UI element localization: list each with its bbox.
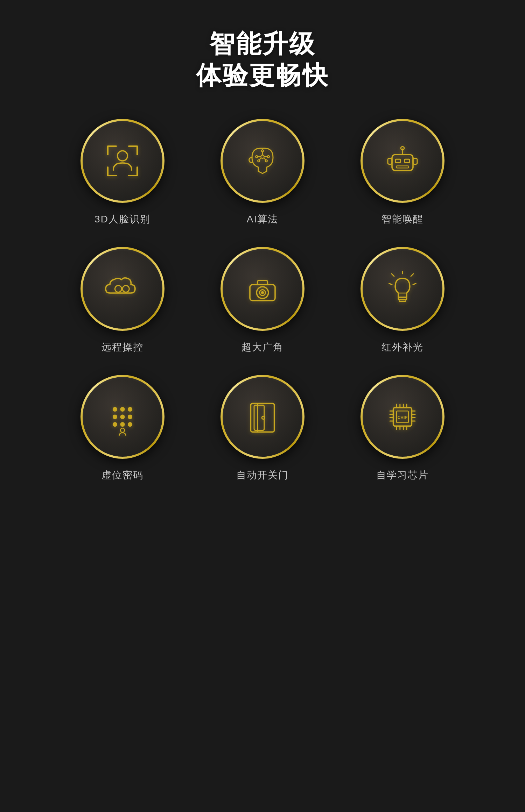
ai-algorithm-icon-circle (220, 119, 304, 203)
svg-point-42 (128, 423, 132, 426)
features-grid: 3D人脸识别 AI算法 (74, 119, 451, 482)
virtual-password-icon-circle (80, 375, 164, 459)
remote-control-icon (102, 268, 144, 310)
ai-algorithm-icon (241, 140, 284, 182)
smart-wake-icon-circle (360, 119, 444, 203)
svg-point-0 (118, 151, 128, 161)
ai-algorithm-label: AI算法 (247, 213, 278, 226)
svg-point-37 (113, 415, 117, 419)
svg-point-10 (265, 160, 267, 162)
feature-virtual-password: 虚位密码 (74, 375, 172, 482)
feature-infrared: 红外补光 (354, 247, 451, 354)
svg-rect-45 (254, 405, 264, 430)
svg-point-9 (267, 156, 270, 158)
svg-point-41 (121, 423, 124, 426)
infrared-icon (382, 268, 424, 310)
feature-ai-algorithm: AI算法 (214, 119, 312, 226)
svg-point-11 (258, 160, 260, 162)
svg-line-30 (413, 283, 416, 285)
chip-icon-circle: CHIP (360, 375, 444, 459)
feature-wide-angle: 超大广角 (214, 247, 312, 354)
svg-rect-17 (396, 166, 409, 168)
page-title: 智能升级 体验更畅快 (196, 28, 329, 91)
svg-point-46 (262, 416, 265, 419)
virtual-password-icon (102, 396, 144, 438)
infrared-icon-circle (360, 247, 444, 331)
wide-angle-label: 超大广角 (241, 341, 284, 354)
auto-door-icon-circle (220, 375, 304, 459)
svg-line-32 (411, 274, 413, 276)
svg-point-40 (113, 423, 117, 426)
svg-point-25 (262, 292, 264, 293)
wide-angle-icon-circle (220, 247, 304, 331)
svg-rect-27 (399, 300, 406, 301)
virtual-password-label: 虚位密码 (102, 469, 144, 482)
chip-label: 自学习芯片 (376, 469, 429, 482)
remote-control-icon-circle (80, 247, 164, 331)
svg-point-34 (113, 408, 117, 411)
svg-rect-15 (396, 159, 400, 163)
auto-door-icon (241, 396, 284, 438)
face-recognition-label: 3D人脸识别 (94, 213, 150, 226)
feature-chip: CHIP (354, 375, 451, 482)
smart-wake-label: 智能唤醒 (382, 213, 424, 226)
svg-point-14 (401, 147, 404, 150)
remote-control-label: 远程操控 (102, 341, 144, 354)
infrared-label: 红外补光 (382, 341, 424, 354)
face-recognition-icon (102, 140, 144, 182)
svg-point-8 (255, 156, 258, 158)
wide-angle-icon (241, 268, 284, 310)
feature-remote-control: 远程操控 (74, 247, 172, 354)
svg-point-21 (122, 285, 129, 292)
svg-point-36 (128, 408, 132, 411)
svg-point-35 (121, 408, 124, 411)
svg-point-7 (261, 150, 264, 152)
svg-line-31 (392, 274, 394, 276)
svg-point-39 (128, 415, 132, 419)
title-line1: 智能升级 (209, 30, 316, 58)
svg-line-29 (389, 283, 392, 285)
feature-face-recognition: 3D人脸识别 (74, 119, 172, 226)
feature-auto-door: 自动开关门 (214, 375, 312, 482)
svg-point-38 (121, 415, 124, 419)
chip-icon: CHIP (382, 396, 424, 438)
svg-rect-18 (388, 158, 392, 164)
svg-point-43 (120, 428, 125, 432)
auto-door-label: 自动开关门 (236, 469, 289, 482)
svg-rect-16 (405, 159, 410, 163)
feature-smart-wake: 智能唤醒 (354, 119, 451, 226)
title-line2: 体验更畅快 (196, 61, 329, 89)
smart-wake-icon (382, 140, 424, 182)
svg-point-20 (115, 285, 121, 292)
svg-text:CHIP: CHIP (398, 415, 408, 420)
svg-rect-19 (413, 158, 417, 164)
face-recognition-icon-circle (80, 119, 164, 203)
